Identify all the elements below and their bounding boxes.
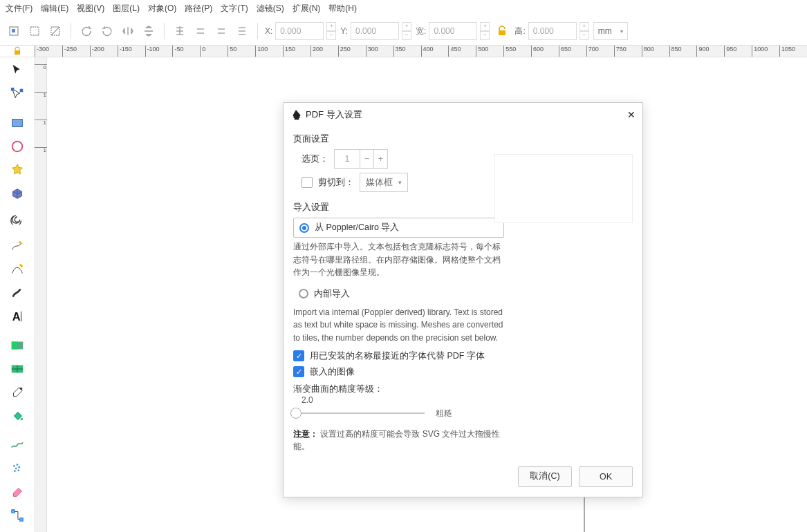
raise-top-icon[interactable] (171, 23, 188, 39)
ellipse-tool-icon[interactable] (7, 137, 28, 155)
coord-x: X: +− (265, 22, 336, 40)
font-substitute-checkbox[interactable]: ✓ (293, 350, 304, 361)
flip-v-icon[interactable] (140, 23, 157, 39)
lock-guides-icon[interactable] (12, 46, 22, 56)
menu-file[interactable]: 文件(F) (6, 3, 33, 15)
rect-tool-icon[interactable] (7, 114, 28, 132)
mesh-tool-icon[interactable] (7, 360, 28, 378)
menu-object[interactable]: 对象(O) (148, 3, 176, 15)
rotate-ccw-icon[interactable] (78, 23, 95, 39)
svg-rect-1 (12, 29, 15, 32)
internal-description: Import via internal (Poppler derived) li… (293, 306, 504, 345)
toolbox: A (0, 57, 35, 532)
text-tool-icon[interactable]: A (7, 307, 28, 325)
page-plus[interactable]: + (373, 150, 387, 168)
h-spin[interactable]: +− (579, 22, 589, 40)
tweak-tool-icon[interactable] (7, 436, 28, 454)
star-tool-icon[interactable] (7, 161, 28, 179)
page-number-spin[interactable]: 1 − + (334, 149, 388, 169)
svg-point-27 (20, 418, 23, 421)
clip-select[interactable]: 媒体框 (360, 173, 408, 192)
w-input[interactable] (429, 22, 477, 40)
dialog-title: PDF 导入设置 (306, 108, 362, 121)
poppler-description: 通过外部库中导入。文本包括包含克隆标志符号，每个标志符号在哪里路径组。在内部存储… (293, 240, 504, 279)
dropper-tool-icon[interactable] (7, 383, 28, 401)
spray-tool-icon[interactable] (7, 459, 28, 477)
lock-aspect-icon[interactable] (494, 23, 510, 39)
select-all-icon[interactable] (26, 23, 43, 39)
close-icon[interactable]: ✕ (627, 109, 636, 120)
ruler-corner (0, 46, 35, 57)
precision-slider[interactable] (293, 412, 425, 414)
ok-button[interactable]: OK (579, 466, 633, 487)
svg-rect-15 (499, 30, 505, 35)
cancel-button[interactable]: 取消(C) (518, 466, 572, 487)
precision-rough-label: 粗糙 (436, 408, 452, 419)
lower-bottom-icon[interactable] (234, 23, 250, 39)
menu-bar: 文件(F) 编辑(E) 视图(V) 图层(L) 对象(O) 路径(P) 文字(T… (0, 0, 807, 17)
clip-checkbox[interactable] (302, 177, 313, 188)
coord-y: Y: +− (340, 22, 411, 40)
note-prefix: 注意： (293, 429, 318, 439)
embed-images-label: 嵌入的图像 (310, 366, 355, 378)
bezier-tool-icon[interactable] (7, 260, 28, 278)
menu-text[interactable]: 文字(T) (221, 3, 248, 15)
clip-label: 剪切到： (318, 177, 354, 189)
selector-tool-icon[interactable] (7, 61, 28, 79)
ruler-row: -300-250-200-150-100-5005010015020025030… (0, 45, 807, 57)
spiral-tool-icon[interactable] (7, 208, 28, 226)
svg-rect-16 (15, 50, 20, 55)
radio-poppler-row[interactable]: 从 Poppler/Cairo 导入 (293, 218, 504, 238)
svg-rect-18 (19, 89, 23, 93)
rotate-cw-icon[interactable] (99, 23, 115, 39)
coord-h: 高: +− (514, 22, 588, 40)
pdf-import-dialog: PDF 导入设置 ✕ 页面设置 选页： 1 − + 剪切到： 媒体框 导入设置 (283, 102, 643, 497)
svg-point-29 (16, 464, 18, 466)
unit-select[interactable]: mm (593, 22, 628, 40)
svg-point-32 (13, 470, 15, 472)
svg-rect-19 (12, 120, 22, 127)
calligraphy-tool-icon[interactable] (7, 284, 28, 302)
svg-point-31 (18, 466, 20, 468)
x-input[interactable] (275, 22, 324, 40)
paint-bucket-tool-icon[interactable] (7, 407, 28, 425)
radio-internal[interactable] (299, 289, 308, 298)
gradient-tool-icon[interactable] (7, 336, 28, 354)
slider-thumb[interactable] (290, 408, 302, 419)
flip-h-icon[interactable] (120, 23, 136, 39)
eraser-tool-icon[interactable] (7, 483, 28, 501)
precision-note: 注意： 设置过高的精度可能会导致 SVG 文件过大拖慢性能。 (293, 428, 504, 453)
embed-images-checkbox[interactable]: ✓ (293, 366, 304, 377)
y-spin[interactable]: +− (402, 22, 411, 40)
page-settings-heading: 页面设置 (293, 133, 504, 145)
radio-internal-row[interactable]: 内部导入 (293, 285, 504, 303)
x-spin[interactable]: +− (326, 22, 336, 40)
menu-path[interactable]: 路径(P) (185, 3, 212, 15)
lower-icon[interactable] (213, 23, 230, 39)
svg-point-26 (19, 388, 22, 390)
select-page-label: 选页： (302, 153, 328, 165)
radio-poppler[interactable] (299, 223, 309, 233)
node-tool-icon[interactable] (7, 85, 28, 103)
connector-tool-icon[interactable] (7, 506, 28, 524)
h-input[interactable] (528, 22, 577, 40)
menu-layer[interactable]: 图层(L) (113, 3, 140, 15)
menu-view[interactable]: 视图(V) (77, 3, 104, 15)
h-label: 高: (514, 26, 525, 37)
svg-point-30 (15, 468, 17, 470)
menu-extensions[interactable]: 扩展(N) (293, 3, 321, 15)
page-minus[interactable]: − (360, 150, 373, 168)
deselect-icon[interactable] (47, 23, 64, 39)
menu-filters[interactable]: 滤镜(S) (257, 3, 284, 15)
select-all-layers-icon[interactable] (6, 23, 22, 39)
precision-label: 渐变曲面的精度等级： (293, 383, 504, 395)
raise-icon[interactable] (192, 23, 209, 39)
y-input[interactable] (351, 22, 399, 40)
options-toolbar: X: +− Y: +− 宽: +− 高: +− mm (0, 17, 807, 45)
menu-help[interactable]: 帮助(H) (328, 3, 357, 15)
dialog-titlebar: PDF 导入设置 ✕ (284, 103, 642, 126)
box3d-tool-icon[interactable] (7, 184, 28, 202)
menu-edit[interactable]: 编辑(E) (41, 3, 68, 15)
w-spin[interactable]: +− (480, 22, 490, 40)
pencil-tool-icon[interactable] (7, 237, 28, 255)
